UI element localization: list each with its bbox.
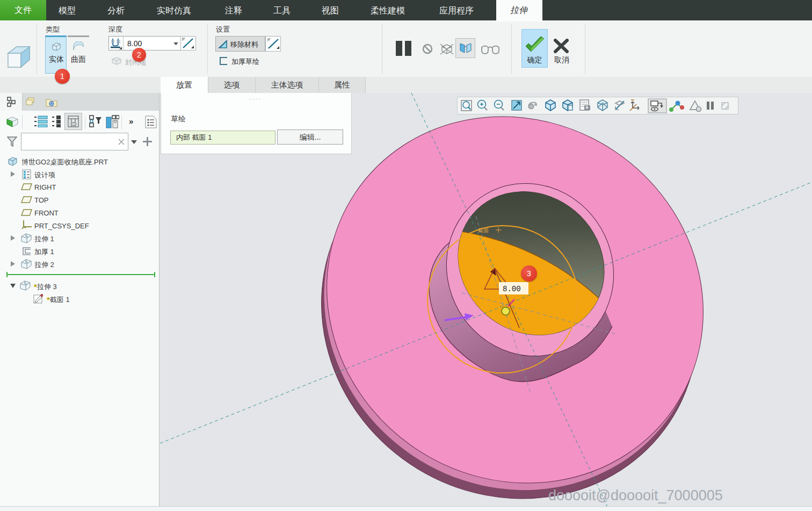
svg-text:8.00: 8.00 xyxy=(503,285,521,293)
svg-text:截面: 截面 xyxy=(477,227,489,233)
svg-text:dooooit@dooooit_7000005: dooooit@dooooit_7000005 xyxy=(548,487,723,503)
